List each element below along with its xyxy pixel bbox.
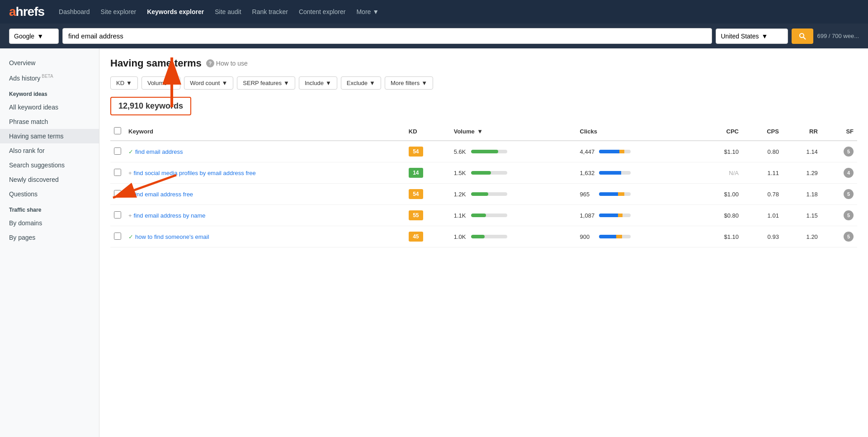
row-checkbox-3[interactable] — [114, 211, 121, 218]
table-row: + find email address by name 55 1.1K 1,0… — [110, 205, 857, 226]
volume-cell: 5.6K — [450, 141, 576, 162]
filter-exclude[interactable]: Exclude ▼ — [341, 76, 381, 90]
country-label: United States — [721, 33, 759, 40]
keyword-count-box: 12,910 keywords — [110, 97, 191, 115]
top-navigation: ahrefs Dashboard Site explorer Keywords … — [0, 0, 868, 24]
row-checkbox-4[interactable] — [114, 233, 121, 240]
exclude-filter-arrow-icon: ▼ — [369, 80, 375, 86]
logo[interactable]: ahrefs — [9, 5, 44, 19]
kd-badge: 54 — [409, 189, 423, 199]
sidebar-item-having-same-terms[interactable]: Having same terms — [0, 129, 99, 143]
how-to-use-link[interactable]: ? How to use — [206, 59, 248, 67]
rr-cell: 1.20 — [783, 226, 821, 247]
cps-cell: 0.93 — [742, 226, 783, 247]
sf-cell: 5 — [821, 184, 857, 205]
volume-cell: 1.2K — [450, 184, 576, 205]
help-icon: ? — [206, 59, 214, 67]
filter-serp-features[interactable]: SERP features ▼ — [237, 76, 295, 90]
filter-kd[interactable]: KD ▼ — [110, 76, 138, 90]
keyword-link[interactable]: find email address by name — [134, 212, 206, 219]
clicks-bar — [599, 235, 631, 238]
clicks-bar — [599, 214, 631, 217]
filter-volume[interactable]: Volume ▼ — [142, 76, 180, 90]
filter-include[interactable]: Include ▼ — [299, 76, 337, 90]
cpc-cell: $0.80 — [697, 205, 742, 226]
clicks-cell: 965 — [576, 184, 697, 205]
engine-label: Google — [14, 33, 34, 40]
keyword-link[interactable]: find email address free — [134, 191, 193, 198]
nav-content-explorer[interactable]: Content explorer — [299, 8, 346, 15]
sf-badge: 4 — [844, 168, 854, 178]
search-icon — [799, 33, 806, 40]
row-checkbox-2[interactable] — [114, 190, 121, 197]
col-header-rr: RR — [783, 123, 821, 141]
clicks-value: 4,447 — [580, 148, 597, 155]
nav-rank-tracker[interactable]: Rank tracker — [252, 8, 288, 15]
sidebar-item-by-domains[interactable]: By domains — [0, 216, 99, 230]
sidebar-item-ads-history[interactable]: Ads historyBETA — [0, 70, 99, 86]
plus-icon: + — [128, 212, 132, 219]
filter-word-count[interactable]: Word count ▼ — [184, 76, 233, 90]
kd-cell: 14 — [405, 162, 450, 184]
sidebar-item-all-keyword-ideas[interactable]: All keyword ideas — [0, 100, 99, 114]
keyword-cell: + find email address free — [125, 184, 405, 205]
sidebar-item-also-rank-for[interactable]: Also rank for — [0, 143, 99, 158]
nav-keywords-explorer[interactable]: Keywords explorer — [147, 8, 204, 15]
sidebar-item-newly-discovered[interactable]: Newly discovered — [0, 172, 99, 187]
row-checkbox-cell — [110, 205, 125, 226]
nav-dashboard[interactable]: Dashboard — [59, 8, 90, 15]
volume-bar — [471, 171, 507, 175]
filter-more[interactable]: More filters ▼ — [385, 76, 433, 90]
col-header-volume[interactable]: Volume ▼ — [450, 123, 576, 141]
search-button[interactable] — [792, 28, 813, 44]
nav-site-audit[interactable]: Site audit — [215, 8, 241, 15]
cpc-cell: $1.10 — [697, 226, 742, 247]
volume-filter-arrow-icon: ▼ — [169, 80, 175, 86]
engine-select[interactable]: Google ▼ — [9, 28, 59, 44]
country-select[interactable]: United States ▼ — [716, 28, 788, 44]
rr-value: 1.14 — [807, 148, 818, 155]
logo-orange: a — [9, 5, 16, 19]
table-row: ✓ find email address 54 5.6K 4,447 — [110, 141, 857, 162]
clicks-cell: 900 — [576, 226, 697, 247]
search-input[interactable] — [62, 28, 712, 44]
search-bar: Google ▼ United States ▼ 699 / 700 wee..… — [0, 24, 868, 48]
row-checkbox-cell — [110, 226, 125, 247]
serp-filter-arrow-icon: ▼ — [283, 80, 289, 86]
sidebar-item-overview[interactable]: Overview — [0, 56, 99, 70]
keyword-link[interactable]: how to find someone's email — [135, 233, 209, 240]
nav-site-explorer[interactable]: Site explorer — [101, 8, 137, 15]
check-icon: ✓ — [128, 233, 133, 240]
sf-cell: 5 — [821, 141, 857, 162]
select-all-checkbox[interactable] — [114, 127, 121, 134]
sf-badge: 5 — [844, 189, 854, 199]
sidebar-item-questions[interactable]: Questions — [0, 187, 99, 201]
cpc-cell: N/A — [697, 162, 742, 184]
rr-cell: 1.15 — [783, 205, 821, 226]
clicks-cell: 1,632 — [576, 162, 697, 184]
volume-bar — [471, 214, 507, 217]
country-arrow-icon: ▼ — [762, 33, 768, 40]
keyword-link[interactable]: find email address — [135, 148, 183, 155]
word-count-filter-arrow-icon: ▼ — [222, 80, 227, 86]
kd-cell: 54 — [405, 141, 450, 162]
row-checkbox-cell — [110, 162, 125, 184]
cpc-cell: $1.00 — [697, 184, 742, 205]
rr-cell: 1.14 — [783, 141, 821, 162]
keyword-link[interactable]: find social media profiles by email addr… — [134, 170, 256, 176]
rr-value: 1.18 — [807, 191, 818, 198]
row-checkbox-0[interactable] — [114, 147, 121, 155]
main-content: Having same terms ? How to use KD ▼ Volu… — [99, 48, 868, 437]
table-header-row: Keyword KD Volume ▼ Clicks — [110, 123, 857, 141]
sidebar-item-search-suggestions[interactable]: Search suggestions — [0, 158, 99, 172]
sidebar-item-by-pages[interactable]: By pages — [0, 230, 99, 245]
sidebar-item-phrase-match[interactable]: Phrase match — [0, 114, 99, 129]
clicks-value: 1,632 — [580, 170, 597, 176]
how-to-use-label: How to use — [216, 60, 248, 67]
col-header-cps: CPS — [742, 123, 783, 141]
page-title: Having same terms — [110, 57, 202, 69]
volume-value: 5.6K — [454, 148, 469, 155]
nav-more[interactable]: More ▼ — [356, 8, 379, 15]
row-checkbox-1[interactable] — [114, 169, 121, 176]
weekly-limit: 699 / 700 wee... — [817, 33, 859, 39]
